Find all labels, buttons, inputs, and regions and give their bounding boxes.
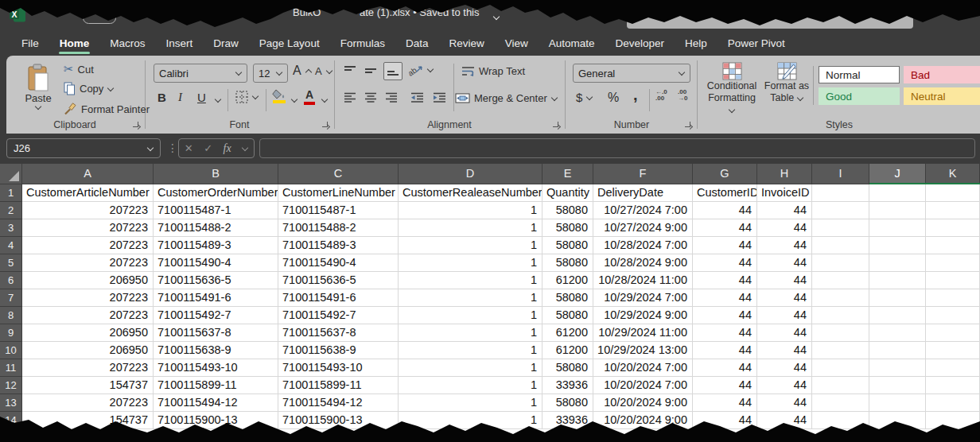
tab-view[interactable]: View (495, 33, 539, 55)
cell-J2[interactable] (869, 202, 926, 219)
font-color-button[interactable]: A (304, 88, 315, 105)
cell-G4[interactable]: 44 (693, 237, 757, 254)
cell-H12[interactable]: 44 (757, 377, 812, 394)
cell-I8[interactable] (812, 307, 869, 324)
cell-I6[interactable] (812, 272, 869, 289)
cell-J7[interactable] (869, 289, 926, 307)
cell-K5[interactable] (926, 254, 980, 272)
style-chip-bad[interactable]: Bad (904, 66, 980, 83)
cell-K1[interactable] (926, 184, 980, 202)
merge-center-button[interactable]: Merge & Center (455, 92, 558, 104)
orientation-button[interactable]: ab (409, 64, 434, 76)
cancel-button[interactable]: ✕ (185, 142, 193, 154)
currency-format-button[interactable]: $ (576, 91, 593, 104)
cell-G13[interactable]: 44 (693, 394, 757, 412)
row-header-12[interactable]: 12 (0, 377, 22, 394)
cell-D12[interactable]: 1 (399, 377, 542, 394)
comma-format-button[interactable]: , (633, 86, 638, 104)
increase-font-button[interactable]: A (293, 64, 311, 78)
conditional-formatting-button[interactable]: Conditional Formatting (705, 62, 759, 116)
cell-B1[interactable]: CustomerOrderNumber (154, 184, 278, 202)
fill-color-button[interactable] (272, 89, 286, 103)
tab-help[interactable]: Help (675, 33, 718, 55)
number-dialog-launcher[interactable] (684, 121, 693, 130)
cell-K4[interactable] (926, 237, 980, 254)
underline-button[interactable]: U (197, 91, 213, 104)
name-box[interactable]: J26 (6, 138, 161, 158)
align-top-button[interactable] (344, 65, 356, 76)
row-header-8[interactable]: 8 (0, 307, 22, 324)
cell-B4[interactable]: 7100115489-3 (154, 237, 278, 254)
cell-B3[interactable]: 7100115488-2 (154, 219, 278, 237)
cell-A9[interactable]: 206950 (22, 324, 154, 342)
col-header-H[interactable]: H (757, 164, 812, 184)
row-header-13[interactable]: 13 (0, 394, 22, 412)
cell-J13[interactable] (869, 394, 926, 412)
tab-draw[interactable]: Draw (203, 33, 249, 55)
cell-D10[interactable]: 1 (399, 342, 542, 359)
cell-G8[interactable]: 44 (693, 307, 757, 324)
cell-J12[interactable] (869, 377, 926, 394)
col-header-G[interactable]: G (693, 164, 757, 184)
cell-J1[interactable] (869, 184, 926, 202)
insert-function-button[interactable]: fx (224, 142, 231, 155)
cell-F1[interactable]: DeliveryDate (593, 184, 693, 202)
cell-J9[interactable] (869, 324, 926, 342)
percent-format-button[interactable]: % (608, 91, 619, 105)
cell-A5[interactable]: 207223 (22, 254, 154, 272)
cell-D2[interactable]: 1 (399, 202, 542, 219)
cell-F10[interactable]: 10/29/2024 13:00 (593, 342, 693, 359)
cell-E12[interactable]: 33936 (542, 377, 593, 394)
cut-button[interactable]: ✂ Cut (64, 62, 94, 76)
cell-F3[interactable]: 10/27/2024 9:00 (593, 219, 693, 237)
font-dialog-launcher[interactable] (321, 121, 330, 130)
cell-A13[interactable]: 207223 (22, 394, 154, 412)
cell-E3[interactable]: 58080 (542, 219, 593, 237)
number-format-combo[interactable]: General (573, 64, 690, 83)
row-header-5[interactable]: 5 (0, 254, 22, 272)
cell-C13[interactable]: 7100115494-12 (278, 394, 399, 412)
cell-I12[interactable] (812, 377, 869, 394)
cell-E2[interactable]: 58080 (542, 202, 593, 219)
font-size-combo[interactable]: 12 (253, 64, 288, 83)
cell-H6[interactable]: 44 (757, 272, 812, 289)
cell-K3[interactable] (926, 219, 980, 237)
cell-F11[interactable]: 10/20/2024 7:00 (593, 359, 693, 377)
cell-K8[interactable] (926, 307, 980, 324)
cell-E13[interactable]: 58080 (542, 394, 593, 412)
paste-button[interactable]: Paste (18, 64, 59, 126)
cell-C6[interactable]: 7100115636-5 (278, 272, 399, 289)
col-header-F[interactable]: F (593, 164, 693, 184)
cell-G2[interactable]: 44 (693, 202, 757, 219)
cell-J4[interactable] (869, 237, 926, 254)
row-header-9[interactable]: 9 (0, 324, 22, 342)
cell-E5[interactable]: 58080 (542, 254, 593, 272)
clipboard-dialog-launcher[interactable] (132, 121, 141, 130)
cell-D11[interactable]: 1 (399, 359, 542, 377)
cell-H13[interactable]: 44 (757, 394, 812, 412)
align-left-button[interactable] (344, 92, 356, 103)
row-header-4[interactable]: 4 (0, 237, 22, 254)
cell-I13[interactable] (812, 394, 869, 412)
align-right-button[interactable] (385, 92, 398, 103)
wrap-text-button[interactable]: Wrap Text (461, 65, 525, 77)
cell-F13[interactable]: 10/20/2024 9:00 (593, 394, 693, 412)
increase-indent-button[interactable] (433, 92, 446, 103)
cell-D5[interactable]: 1 (399, 254, 542, 272)
cell-C11[interactable]: 7100115493-10 (278, 359, 399, 377)
cell-J11[interactable] (869, 359, 926, 377)
cell-B11[interactable]: 7100115493-10 (154, 359, 278, 377)
style-chip-good[interactable]: Good (819, 87, 900, 105)
row-header-7[interactable]: 7 (0, 289, 22, 307)
cell-G9[interactable]: 44 (693, 324, 757, 342)
cell-G3[interactable]: 44 (693, 219, 757, 237)
cell-I9[interactable] (812, 324, 869, 342)
cell-I7[interactable] (812, 289, 869, 307)
cell-E10[interactable]: 61200 (542, 342, 593, 359)
align-bottom-button[interactable] (383, 62, 402, 80)
alignment-dialog-launcher[interactable] (552, 121, 561, 130)
cell-B8[interactable]: 7100115492-7 (154, 307, 278, 324)
cell-G6[interactable]: 44 (693, 272, 757, 289)
col-header-J[interactable]: J (869, 164, 926, 184)
cell-H8[interactable]: 44 (757, 307, 812, 324)
